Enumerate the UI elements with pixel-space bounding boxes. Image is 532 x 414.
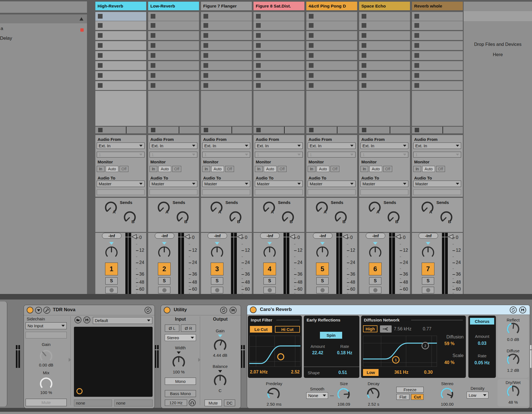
diffuse-knob[interactable]	[506, 353, 520, 367]
send-a-knob[interactable]	[262, 201, 276, 215]
stop-clip-button[interactable]	[362, 128, 366, 132]
input-device-dropdown[interactable]: Ext. In	[255, 143, 303, 149]
monitor-in-button[interactable]: In	[150, 166, 157, 172]
high-shelf-gain[interactable]: 0.77	[423, 326, 431, 331]
pan-knob[interactable]	[263, 246, 277, 260]
clip-slot[interactable]	[148, 81, 199, 90]
volume-fader-handle[interactable]	[131, 234, 137, 239]
output-device-dropdown[interactable]: Master	[150, 181, 197, 187]
shape-value[interactable]: 0.51	[334, 370, 351, 375]
device-title-bar[interactable]: Utility	[161, 305, 241, 315]
input-channel-dropdown[interactable]: 1	[150, 152, 197, 158]
send-b-knob[interactable]	[281, 210, 295, 224]
spin-amount-value[interactable]: 22.42	[305, 350, 330, 355]
input-device-dropdown[interactable]: Ext. In	[361, 143, 408, 149]
solo-button[interactable]: S	[105, 277, 118, 285]
volume-value[interactable]: -Inf	[208, 233, 227, 239]
browser-item[interactable]: Delay	[0, 36, 12, 41]
sort-ascending-icon[interactable]	[79, 17, 83, 21]
clip-slot[interactable]	[359, 21, 410, 30]
monitor-auto-button[interactable]: Auto	[264, 166, 277, 172]
track-activator-button[interactable]: 5	[316, 263, 329, 275]
low-shelf-gain[interactable]: 0.30	[420, 370, 437, 375]
pan-knob[interactable]	[105, 246, 118, 260]
stop-clip-button[interactable]	[98, 128, 103, 132]
output-channel-box[interactable]	[97, 189, 145, 195]
clip-slot[interactable]	[306, 51, 357, 60]
clip-slot[interactable]	[306, 41, 357, 50]
plugin-edit-button[interactable]	[43, 307, 50, 314]
clip-slot[interactable]	[253, 12, 304, 21]
output-device-dropdown[interactable]: Master	[361, 181, 408, 187]
monitor-off-button[interactable]: Off	[120, 166, 128, 172]
device-fold-button[interactable]	[35, 307, 42, 314]
device-title-bar[interactable]: TDR Nova	[24, 305, 155, 315]
monitor-in-button[interactable]: In	[255, 166, 263, 172]
input-device-dropdown[interactable]: Ext. In	[202, 143, 250, 149]
output-channel-box[interactable]	[361, 189, 408, 195]
dc-filter-button[interactable]: DC	[224, 400, 235, 406]
clip-slot[interactable]	[95, 51, 146, 60]
monitor-off-button[interactable]: Off	[330, 166, 339, 172]
density-dropdown[interactable]: Low	[467, 392, 488, 398]
stop-clip-button[interactable]	[309, 128, 314, 132]
shelf-filter-type-button[interactable]	[380, 325, 392, 333]
bass-mono-button[interactable]: Bass Mono	[165, 390, 196, 397]
high-shelf-freq[interactable]: 7.56 kHz	[394, 326, 411, 331]
send-b-knob[interactable]	[228, 210, 242, 224]
clip-slot[interactable]	[201, 21, 252, 30]
gain-value[interactable]: 4.44 dB	[202, 353, 239, 358]
chorus-amount-value[interactable]: 0.03	[468, 341, 496, 346]
send-b-knob[interactable]	[176, 210, 190, 224]
clip-slot[interactable]	[148, 21, 199, 30]
solo-button[interactable]: S	[263, 277, 276, 285]
clip-slot[interactable]	[201, 81, 252, 90]
input-channel-dropdown[interactable]: 1	[97, 152, 145, 158]
save-preset-button[interactable]	[83, 316, 90, 323]
size-value[interactable]: 108.09	[334, 402, 354, 406]
monitor-off-button[interactable]: Off	[278, 166, 287, 172]
send-a-knob[interactable]	[421, 201, 434, 215]
channel-mode-dropdown[interactable]: Stereo	[165, 334, 196, 341]
track-activator-button[interactable]: 7	[422, 263, 434, 275]
dry-wet-value[interactable]: 48 %	[498, 400, 529, 405]
clip-slot[interactable]	[306, 12, 357, 21]
clip-slot[interactable]	[95, 71, 146, 80]
clip-slot[interactable]	[306, 71, 357, 80]
track-activator-button[interactable]: 3	[211, 263, 223, 275]
clip-slot[interactable]	[148, 12, 199, 21]
pan-knob[interactable]	[368, 246, 382, 260]
arm-button[interactable]	[211, 287, 223, 293]
dry-wet-knob[interactable]	[506, 385, 520, 399]
send-b-knob[interactable]	[439, 210, 453, 224]
clip-slot[interactable]	[412, 21, 463, 30]
monitor-auto-button[interactable]: Auto	[106, 166, 118, 172]
clip-slot[interactable]	[148, 51, 199, 60]
device-on-button[interactable]	[250, 306, 257, 313]
volume-value[interactable]: -Inf	[366, 233, 385, 239]
macro-slot-1[interactable]: none	[74, 400, 112, 406]
stop-clip-button[interactable]	[151, 128, 155, 132]
stop-clip-button[interactable]	[415, 128, 419, 132]
clip-slot[interactable]	[412, 41, 463, 50]
size-knob[interactable]	[336, 387, 351, 401]
save-preset-button[interactable]	[230, 307, 237, 314]
clip-slot[interactable]	[201, 61, 252, 70]
low-shelf-button[interactable]: Low	[363, 369, 379, 376]
plugin-node-icon[interactable]	[76, 388, 83, 394]
clip-slot[interactable]	[412, 31, 463, 40]
track-header[interactable]: High-Reverb	[95, 2, 146, 10]
sidechain-channel-box[interactable]	[26, 332, 67, 338]
track-header[interactable]: Space Echo	[359, 2, 410, 10]
width-knob[interactable]	[171, 355, 186, 370]
send-b-knob[interactable]	[123, 210, 137, 224]
clip-slot[interactable]	[359, 12, 410, 21]
clip-slot[interactable]	[412, 12, 463, 21]
monitor-off-button[interactable]: Off	[172, 166, 181, 172]
device-chain-scrollbar[interactable]	[0, 412, 532, 414]
input-device-dropdown[interactable]: Ext. In	[150, 143, 197, 149]
input-channel-dropdown[interactable]: 1	[255, 152, 303, 158]
gain-knob[interactable]	[39, 349, 53, 363]
volume-fader-handle[interactable]	[290, 234, 295, 239]
clip-slot[interactable]	[253, 61, 304, 70]
